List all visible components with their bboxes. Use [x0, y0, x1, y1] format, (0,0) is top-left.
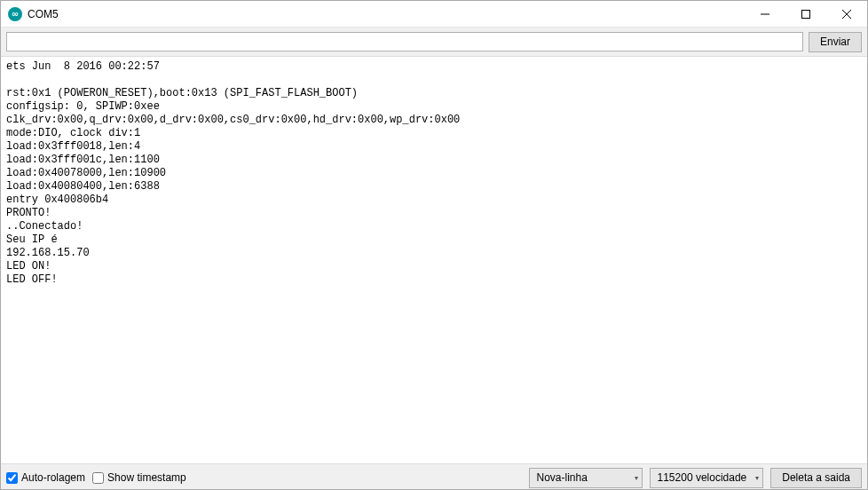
svg-rect-1: [802, 10, 810, 18]
timestamp-checkbox-wrap[interactable]: Show timestamp: [92, 471, 186, 484]
autoscroll-checkbox-wrap[interactable]: Auto-rolagem: [6, 471, 85, 484]
baud-rate-select[interactable]: 115200 velocidade ▾: [650, 468, 764, 488]
chevron-down-icon: ▾: [755, 474, 759, 482]
console-output[interactable]: ets Jun 8 2016 00:22:57 rst:0x1 (POWERON…: [1, 56, 867, 464]
close-button[interactable]: [826, 1, 867, 27]
toolbar: Enviar: [1, 28, 867, 56]
chevron-down-icon: ▾: [635, 474, 638, 482]
window-title: COM5: [28, 8, 745, 20]
timestamp-label: Show timestamp: [107, 471, 186, 484]
bottombar: Auto-rolagem Show timestamp Nova-linha ▾…: [1, 464, 867, 490]
serial-input[interactable]: [6, 32, 803, 51]
window-controls: [745, 1, 867, 27]
titlebar: COM5: [1, 1, 867, 28]
autoscroll-label: Auto-rolagem: [21, 471, 85, 484]
maximize-button[interactable]: [785, 1, 826, 27]
baud-rate-value: 115200 velocidade: [658, 471, 747, 484]
timestamp-checkbox[interactable]: [92, 472, 104, 484]
line-ending-select[interactable]: Nova-linha ▾: [529, 468, 643, 488]
send-button[interactable]: Enviar: [809, 32, 862, 52]
autoscroll-checkbox[interactable]: [6, 472, 18, 484]
line-ending-value: Nova-linha: [537, 471, 588, 484]
clear-output-button[interactable]: Deleta a saida: [770, 468, 862, 488]
minimize-button[interactable]: [745, 1, 785, 27]
arduino-icon: [8, 7, 22, 21]
